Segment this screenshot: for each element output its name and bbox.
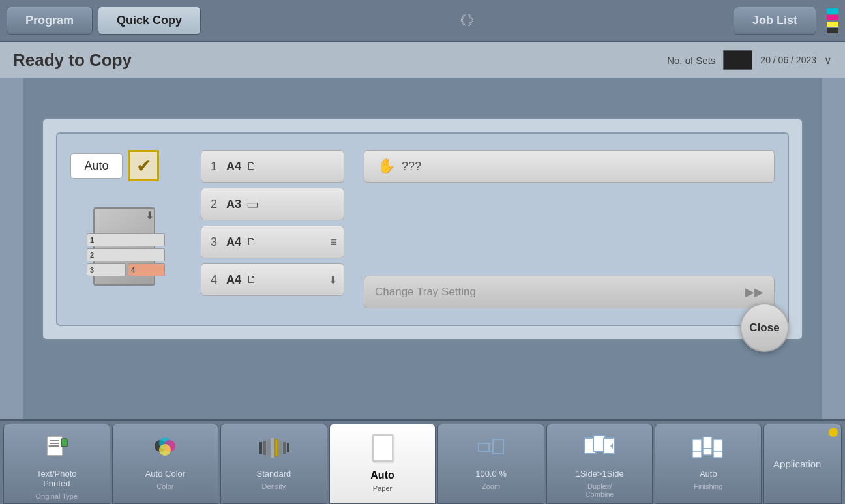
- finishing-label: Auto: [700, 469, 717, 479]
- tray-button-3[interactable]: 3 A4 🗋 ≡: [201, 226, 344, 258]
- date-text: 20 / 06 / 2023: [760, 55, 816, 65]
- zoom-icon: [477, 434, 505, 462]
- tray-3-extra-icon: ≡: [330, 235, 337, 249]
- toolbar-item-zoom[interactable]: 100.0 % Zoom: [437, 424, 544, 504]
- tray-button-2[interactable]: 2 A3 ▭: [201, 188, 344, 220]
- tray-4-size: A4: [226, 273, 241, 287]
- application-label: Application: [773, 458, 821, 469]
- tray-3-portrait-icon: 🗋: [246, 236, 257, 248]
- tray-slot-1: 1: [87, 233, 165, 246]
- tray-button-4[interactable]: 4 A4 🗋 ⬇: [201, 263, 344, 296]
- svg-rect-34: [713, 451, 722, 458]
- svg-rect-18: [479, 443, 489, 451]
- density-label: Standard: [257, 469, 291, 479]
- sets-input[interactable]: [723, 50, 752, 70]
- density-icon-area: [258, 430, 289, 466]
- cyan-strip: [827, 8, 838, 14]
- toolbar-item-original-type[interactable]: ≡ Text/PhotoPrinted Original Type: [3, 424, 110, 504]
- paper-label: Auto: [370, 469, 394, 481]
- auto-checkbox[interactable]: ✔: [128, 150, 159, 181]
- paper-icon: [372, 434, 393, 462]
- svg-rect-3: [50, 443, 59, 444]
- modal-dialog: Auto ✔ ⬇ 1: [41, 117, 804, 341]
- svg-rect-4: [50, 445, 59, 447]
- original-type-sublabel: Original Type: [35, 492, 78, 500]
- svg-rect-17: [287, 443, 289, 452]
- zoom-sublabel: Zoom: [482, 482, 500, 490]
- tray-4-extra-icon: ⬇: [329, 274, 337, 286]
- svg-rect-31: [713, 439, 722, 451]
- finishing-icon-area: [691, 430, 725, 466]
- secondary-bar: Ready to Copy No. of Sets 20 / 06 / 2023…: [0, 42, 845, 78]
- svg-rect-16: [283, 442, 286, 454]
- duplex-label: 1Side>1Side: [576, 469, 624, 479]
- tray-slot-2: 2: [87, 248, 165, 261]
- change-tray-setting-button[interactable]: Change Tray Setting ▶▶: [364, 276, 775, 308]
- unknown-tray-button[interactable]: ✋ ???: [364, 150, 775, 183]
- tray-1-num: 1: [211, 160, 221, 173]
- paper-sublabel: Paper: [373, 484, 392, 492]
- svg-rect-10: [259, 442, 262, 454]
- auto-label: Auto: [70, 153, 123, 179]
- svg-rect-32: [692, 451, 702, 458]
- svg-rect-15: [279, 441, 282, 455]
- tray-1-size: A4: [226, 160, 241, 173]
- yellow-strip: [827, 22, 838, 27]
- zoom-label: 100.0 %: [475, 469, 507, 479]
- bottom-toolbar: ≡ Text/PhotoPrinted Original Type Auto C…: [0, 419, 845, 504]
- color-icon: [151, 434, 179, 462]
- svg-rect-13: [271, 438, 274, 458]
- svg-rect-14: [275, 439, 278, 456]
- svg-rect-19: [493, 439, 503, 454]
- svg-rect-2: [50, 440, 59, 441]
- secondary-bar-right: No. of Sets 20 / 06 / 2023 ∨: [667, 50, 832, 70]
- tray-2-size: A3: [226, 198, 241, 211]
- tray-slot-3: 3: [87, 263, 126, 276]
- original-type-icon-area: ≡: [43, 430, 70, 466]
- top-bar-left: Program Quick Copy: [7, 7, 201, 35]
- paper-icon-area: [372, 430, 393, 466]
- tray-4-num: 4: [211, 273, 221, 287]
- top-bar-right: Job List: [734, 7, 838, 35]
- program-tab[interactable]: Program: [7, 7, 93, 35]
- svg-rect-12: [267, 439, 270, 456]
- tray-button-1[interactable]: 1 A4 🗋: [201, 150, 344, 183]
- close-button[interactable]: Close: [740, 303, 789, 352]
- modal-tray-buttons: 1 A4 🗋 2 A3 ▭ 3 A4 🗋 ≡: [201, 150, 344, 308]
- top-bar: Program Quick Copy 《》 Job List: [0, 0, 845, 42]
- tray-slot-4: 4: [128, 263, 165, 276]
- finishing-icon: [691, 434, 725, 462]
- black-strip: [827, 28, 838, 33]
- main-content: Auto ✔ ⬇ 1: [0, 78, 845, 419]
- toolbar-item-color[interactable]: Auto Color Color: [112, 424, 219, 504]
- date-chevron[interactable]: ∨: [824, 54, 832, 67]
- toolbar-item-paper[interactable]: Auto Paper: [329, 424, 436, 504]
- modal-left-panel: Auto ✔ ⬇ 1: [70, 150, 181, 308]
- toolbar-item-duplex[interactable]: 1Side>1Side Duplex/Combine: [546, 424, 653, 504]
- tray-2-num: 2: [211, 198, 221, 211]
- magenta-strip: [827, 15, 838, 20]
- svg-rect-29: [692, 439, 702, 451]
- toolbar-item-density[interactable]: Standard Density: [220, 424, 327, 504]
- hand-icon: ✋: [378, 158, 395, 175]
- change-tray-label: Change Tray Setting: [375, 286, 476, 299]
- toolbar-item-finishing[interactable]: Auto Finishing: [655, 424, 762, 504]
- tray-3-num: 3: [211, 235, 221, 249]
- checkmark-icon: ✔: [136, 155, 151, 177]
- modal-right-panel: ✋ ??? Change Tray Setting ▶▶: [364, 150, 775, 308]
- tray-1-portrait-icon: 🗋: [246, 160, 257, 172]
- svg-rect-11: [263, 441, 266, 455]
- quick-copy-tab[interactable]: Quick Copy: [98, 7, 201, 35]
- modal-inner: Auto ✔ ⬇ 1: [56, 132, 789, 326]
- job-list-button[interactable]: Job List: [734, 7, 816, 35]
- tray-2-landscape-icon: ▭: [246, 196, 259, 212]
- zoom-icon-area: [477, 430, 505, 466]
- application-button[interactable]: Application: [763, 424, 842, 504]
- color-icon-area: [151, 430, 179, 466]
- tray-diagram: ⬇ 1 2 3 4: [70, 198, 181, 308]
- color-label: Auto Color: [145, 469, 185, 479]
- ready-to-copy-text: Ready to Copy: [13, 50, 132, 70]
- tray-4-portrait-icon: 🗋: [246, 274, 257, 286]
- svg-rect-33: [703, 449, 712, 455]
- color-strips: [827, 8, 838, 33]
